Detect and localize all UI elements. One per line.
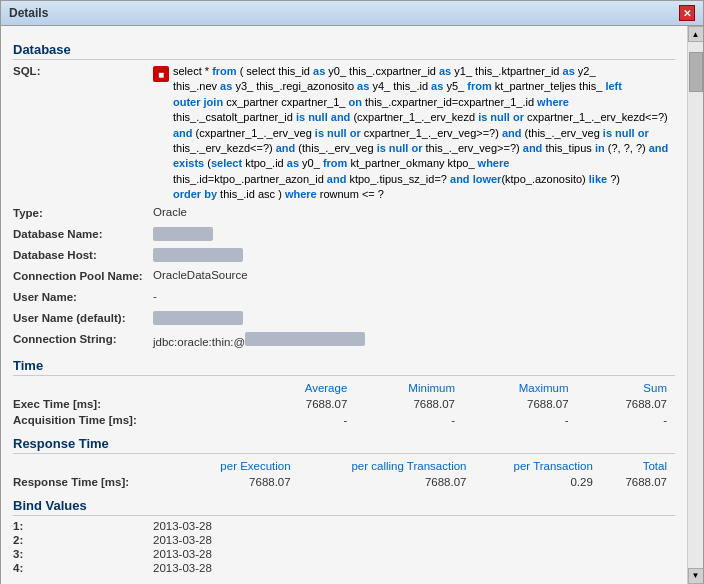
response-time-per-trans: 0.29 bbox=[475, 474, 601, 490]
bind-label-1: 1: bbox=[13, 520, 153, 532]
sql-label: SQL: bbox=[13, 64, 153, 77]
conn-string-row: Connection String: jdbc:oracle:thin:@ bbox=[13, 332, 675, 350]
user-default-label: User Name (default): bbox=[13, 311, 153, 324]
time-section-header: Time bbox=[13, 358, 675, 376]
exec-time-row: Exec Time [ms]: 7688.07 7688.07 7688.07 … bbox=[13, 396, 675, 412]
resp-col-total: Total bbox=[601, 458, 675, 474]
db-name-label: Database Name: bbox=[13, 227, 153, 240]
details-dialog: Details ✕ Database SQL: ■ select * from … bbox=[0, 0, 704, 584]
title-bar: Details ✕ bbox=[1, 1, 703, 26]
database-section-header: Database bbox=[13, 42, 675, 60]
response-time-per-calling: 7688.07 bbox=[299, 474, 475, 490]
user-default-masked bbox=[153, 311, 243, 325]
user-row: User Name: - bbox=[13, 290, 675, 308]
time-col-label bbox=[13, 380, 255, 396]
bind-value-4: 2013-03-28 bbox=[153, 562, 212, 574]
sql-row: SQL: ■ select * from ( select this_id as… bbox=[13, 64, 675, 203]
type-label: Type: bbox=[13, 206, 153, 219]
exec-time-avg: 7688.07 bbox=[255, 396, 355, 412]
time-col-sum: Sum bbox=[577, 380, 675, 396]
main-content: Database SQL: ■ select * from ( select t… bbox=[1, 26, 687, 584]
acq-time-avg: - bbox=[255, 412, 355, 428]
bind-row-1: 1: 2013-03-28 bbox=[13, 520, 675, 532]
sql-text: select * from ( select this_id as y0_ th… bbox=[173, 65, 668, 200]
db-host-masked bbox=[153, 248, 243, 262]
conn-string-label: Connection String: bbox=[13, 332, 153, 345]
conn-string-value: jdbc:oracle:thin:@ bbox=[153, 332, 675, 348]
conn-string-prefix: jdbc:oracle:thin:@ bbox=[153, 336, 245, 348]
bind-value-2: 2013-03-28 bbox=[153, 534, 212, 546]
response-table: per Execution per calling Transaction pe… bbox=[13, 458, 675, 490]
response-header-row: per Execution per calling Transaction pe… bbox=[13, 458, 675, 474]
scroll-thumb[interactable] bbox=[689, 52, 703, 92]
bind-row-4: 4: 2013-03-28 bbox=[13, 562, 675, 574]
response-time-total: 7688.07 bbox=[601, 474, 675, 490]
db-host-row: Database Host: bbox=[13, 248, 675, 266]
pool-row: Connection Pool Name: OracleDataSource bbox=[13, 269, 675, 287]
db-host-label: Database Host: bbox=[13, 248, 153, 261]
user-label: User Name: bbox=[13, 290, 153, 303]
bind-value-1: 2013-03-28 bbox=[153, 520, 212, 532]
bind-label-3: 3: bbox=[13, 548, 153, 560]
sql-error-icon: ■ bbox=[153, 66, 169, 82]
scroll-down-button[interactable]: ▼ bbox=[688, 568, 704, 584]
db-name-row: Database Name: bbox=[13, 227, 675, 245]
pool-value: OracleDataSource bbox=[153, 269, 675, 281]
response-time-per-exec: 7688.07 bbox=[185, 474, 299, 490]
type-row: Type: Oracle bbox=[13, 206, 675, 224]
type-value: Oracle bbox=[153, 206, 675, 218]
scroll-track[interactable] bbox=[688, 42, 703, 568]
time-col-maximum: Maximum bbox=[463, 380, 577, 396]
bind-value-3: 2013-03-28 bbox=[153, 548, 212, 560]
response-time-row: Response Time [ms]: 7688.07 7688.07 0.29… bbox=[13, 474, 675, 490]
dialog-title: Details bbox=[9, 6, 48, 20]
sql-value: select * from ( select this_id as y0_ th… bbox=[173, 64, 668, 203]
bind-label-2: 2: bbox=[13, 534, 153, 546]
time-col-average: Average bbox=[255, 380, 355, 396]
resp-col-per-calling: per calling Transaction bbox=[299, 458, 475, 474]
exec-time-max: 7688.07 bbox=[463, 396, 577, 412]
resp-col-label bbox=[13, 458, 185, 474]
scroll-up-button[interactable]: ▲ bbox=[688, 26, 704, 42]
scrollbar[interactable]: ▲ ▼ bbox=[687, 26, 703, 584]
acq-time-min: - bbox=[355, 412, 463, 428]
exec-time-min: 7688.07 bbox=[355, 396, 463, 412]
resp-col-per-trans: per Transaction bbox=[475, 458, 601, 474]
bind-row-3: 3: 2013-03-28 bbox=[13, 548, 675, 560]
acq-time-sum: - bbox=[577, 412, 675, 428]
resp-col-per-exec: per Execution bbox=[185, 458, 299, 474]
exec-time-label: Exec Time [ms]: bbox=[13, 396, 255, 412]
acq-time-max: - bbox=[463, 412, 577, 428]
title-close-button[interactable]: ✕ bbox=[679, 5, 695, 21]
bind-label-4: 4: bbox=[13, 562, 153, 574]
sql-wrapper: ■ select * from ( select this_id as y0_ … bbox=[153, 64, 668, 203]
bind-row-2: 2: 2013-03-28 bbox=[13, 534, 675, 546]
bind-values-section-header: Bind Values bbox=[13, 498, 675, 516]
acq-time-label: Acquisition Time [ms]: bbox=[13, 412, 255, 428]
response-section-header: Response Time bbox=[13, 436, 675, 454]
time-header-row: Average Minimum Maximum Sum bbox=[13, 380, 675, 396]
db-name-masked bbox=[153, 227, 213, 241]
user-value: - bbox=[153, 290, 675, 302]
response-time-label: Response Time [ms]: bbox=[13, 474, 185, 490]
time-col-minimum: Minimum bbox=[355, 380, 463, 396]
time-table: Average Minimum Maximum Sum Exec Time [m… bbox=[13, 380, 675, 428]
acq-time-row: Acquisition Time [ms]: - - - - bbox=[13, 412, 675, 428]
conn-string-masked bbox=[245, 332, 365, 346]
pool-label: Connection Pool Name: bbox=[13, 269, 153, 282]
exec-time-sum: 7688.07 bbox=[577, 396, 675, 412]
dialog-body: Database SQL: ■ select * from ( select t… bbox=[1, 26, 703, 584]
user-default-row: User Name (default): bbox=[13, 311, 675, 329]
